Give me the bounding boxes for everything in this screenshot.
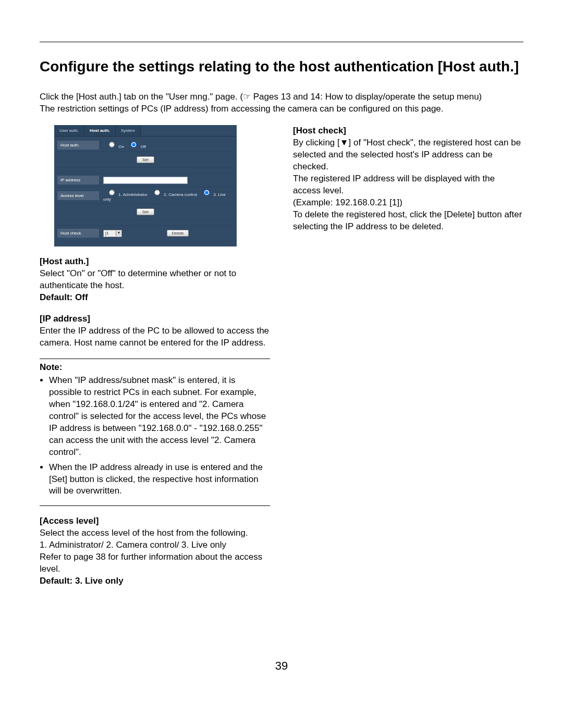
radio-host-auth-off [131,142,136,147]
label-access-level: Access level [57,191,99,200]
label-host-auth: Host auth. [57,141,99,150]
host-check-value: [1 [104,231,116,236]
ip-heading: [IP address] [40,314,90,324]
page-title: Configure the settings relating to the h… [40,58,523,76]
hostauth-default: Default: Off [40,292,88,302]
set-button-1: Set [137,156,154,163]
radio-label-off: Off [140,144,146,149]
note-item-2: When the IP address already in use is en… [49,462,270,498]
label-host-check: Host check [57,229,99,238]
tab-user-auth: User auth. [54,125,84,136]
hostauth-heading: [Host auth.] [40,256,89,266]
hostcheck-body-1: By clicking [▼] of "Host check", the reg… [293,138,521,171]
radio-label-on: On [118,144,124,149]
tab-host-auth: Host auth. [84,125,116,136]
radio-access-admin [109,190,114,195]
hostauth-body: Select "On" or "Off" to determine whethe… [40,268,236,290]
delete-button: Delete [167,230,188,237]
hostcheck-example: (Example: 192.168.0.21 [1]) [293,198,402,207]
access-heading: [Access level] [40,516,99,526]
chevron-down-icon: ▼ [116,231,121,236]
ip-body: Enter the IP address of the PC to be all… [40,326,269,348]
radio-label-admin: 1. Administrator [118,192,148,197]
tab-system: System [116,125,141,136]
hostcheck-body-3: To delete the registered host, click the… [293,209,522,231]
access-body-3: Refer to page 38 for further information… [40,552,262,574]
host-check-dropdown: [1 ▼ [103,230,122,237]
label-ip-address: IP address [57,176,99,184]
radio-access-live [204,190,209,195]
access-body-1: Select the access level of the host from… [40,528,248,538]
intro-line-1: Click the [Host auth.] tab on the "User … [40,92,482,102]
intro-line-2: The restriction settings of PCs (IP addr… [40,104,444,114]
settings-panel-screenshot: User auth. Host auth. System Host auth. … [54,125,237,246]
radio-host-auth-on [109,142,114,147]
page-number: 39 [40,659,523,673]
intro-paragraph: Click the [Host auth.] tab on the "User … [40,91,523,115]
access-body-2: 1. Administrator/ 2. Camera control/ 3. … [40,540,226,550]
hostcheck-heading: [Host check] [293,126,346,135]
access-default: Default: 3. Live only [40,576,124,586]
set-button-2: Set [137,208,154,215]
radio-access-camera [154,190,160,195]
note-item-1: When "IP address/subnet mask" is entered… [49,375,270,459]
radio-label-camera: 2. Camera control [164,192,197,197]
note-label: Note: [40,362,62,372]
hostcheck-body-2: The registered IP address will be displa… [293,174,495,195]
note-box: Note: When "IP address/subnet mask" is e… [40,359,270,506]
ip-address-input [103,177,188,184]
